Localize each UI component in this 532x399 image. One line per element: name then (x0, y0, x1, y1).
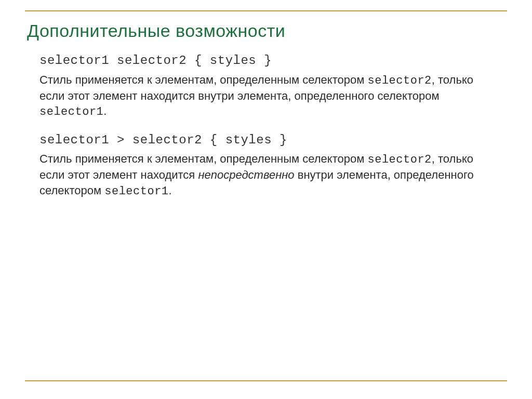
text-run-mono: selector1 (104, 185, 168, 198)
text-run: Стиль применяется к элементам, определен… (39, 73, 367, 86)
text-run: . (169, 184, 172, 197)
text-run: . (103, 104, 107, 117)
slide: Дополнительные возможности selector1 sel… (0, 0, 532, 399)
slide-title: Дополнительные возможности (27, 21, 507, 41)
text-run-mono: selector1 (39, 105, 103, 118)
text-run: Стиль применяется к элементам, определен… (39, 152, 367, 165)
bottom-divider (25, 380, 507, 381)
top-divider (25, 10, 507, 11)
content-block: selector1 selector2 { styles } Стиль при… (39, 52, 497, 119)
code-line: selector1 > selector2 { styles } (39, 132, 497, 149)
text-run-italic: непосредственно (198, 168, 294, 181)
text-run-mono: selector2 (367, 74, 431, 87)
code-line: selector1 selector2 { styles } (39, 52, 497, 69)
content-block: selector1 > selector2 { styles } Стиль п… (39, 132, 497, 199)
description-text: Стиль применяется к элементам, определен… (39, 72, 497, 119)
text-run-mono: selector2 (367, 153, 431, 166)
slide-content: selector1 selector2 { styles } Стиль при… (39, 52, 497, 199)
description-text: Стиль применяется к элементам, определен… (39, 151, 497, 198)
